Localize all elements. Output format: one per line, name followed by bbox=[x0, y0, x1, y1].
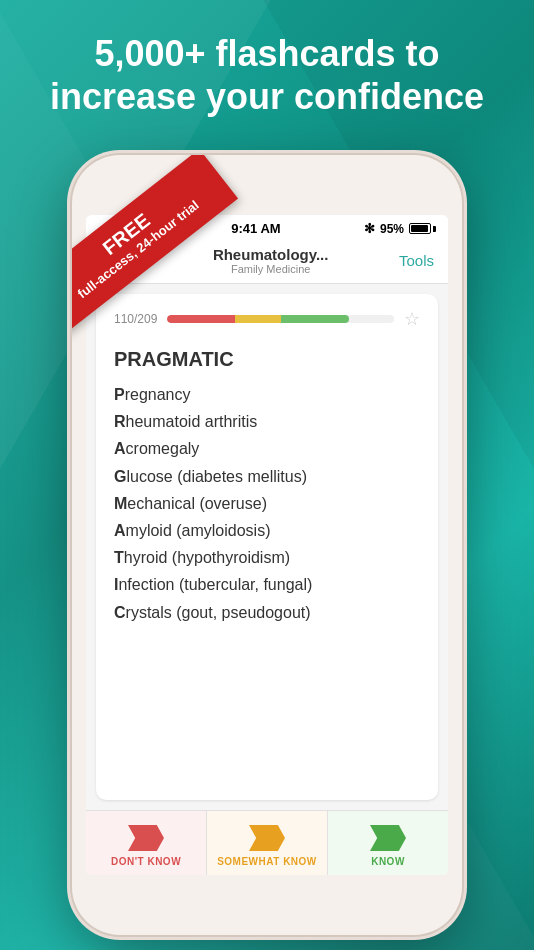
header-title: 5,000+ flashcards to increase your confi… bbox=[0, 32, 534, 118]
tools-button[interactable]: Tools bbox=[399, 252, 434, 269]
list-item: Crystals (gout, pseudogout) bbox=[114, 599, 420, 626]
flashcard: 110/209 ☆ PRAGMATIC Pregnancy bbox=[96, 294, 438, 800]
list-item: Amyloid (amyloidosis) bbox=[114, 517, 420, 544]
list-item: Pregnancy bbox=[114, 381, 420, 408]
know-button[interactable]: KNOW bbox=[328, 811, 448, 875]
card-area: 110/209 ☆ PRAGMATIC Pregnancy bbox=[86, 284, 448, 810]
list-item: Acromegaly bbox=[114, 435, 420, 462]
bookmark-icon[interactable]: ☆ bbox=[404, 308, 420, 330]
battery-icon bbox=[409, 223, 436, 234]
list-item: Thyroid (hypothyroidism) bbox=[114, 544, 420, 571]
phone-mockup: FREE full-access, 24-hour trial 9:41 AM … bbox=[72, 155, 462, 935]
header-section: 5,000+ flashcards to increase your confi… bbox=[0, 32, 534, 118]
bluetooth-icon: ✻ bbox=[364, 221, 375, 236]
phone-body: FREE full-access, 24-hour trial 9:41 AM … bbox=[72, 155, 462, 935]
mnemonic-list: Pregnancy Rheumatoid arthritis Acromegal… bbox=[114, 381, 420, 626]
status-icons: ✻ 95% bbox=[364, 221, 436, 236]
answer-buttons: DON'T KNOW SOMEWHAT KNOW KNOW bbox=[86, 810, 448, 875]
somewhat-arrow-icon bbox=[249, 825, 285, 851]
know-arrow-icon bbox=[370, 825, 406, 851]
list-item: Rheumatoid arthritis bbox=[114, 408, 420, 435]
somewhat-label: SOMEWHAT KNOW bbox=[217, 856, 317, 867]
list-item: Mechanical (overuse) bbox=[114, 490, 420, 517]
know-label: KNOW bbox=[371, 856, 405, 867]
dont-know-arrow-icon bbox=[128, 825, 164, 851]
list-item: Infection (tubercular, fungal) bbox=[114, 571, 420, 598]
list-item: Glucose (diabetes mellitus) bbox=[114, 463, 420, 490]
battery-percentage: 95% bbox=[380, 222, 404, 236]
flashcard-content: PRAGMATIC Pregnancy Rheumatoid arthritis… bbox=[114, 348, 420, 786]
progress-green-segment bbox=[281, 315, 349, 323]
promo-ribbon: FREE full-access, 24-hour trial bbox=[72, 155, 272, 355]
somewhat-know-button[interactable]: SOMEWHAT KNOW bbox=[206, 811, 328, 875]
dont-know-button[interactable]: DON'T KNOW bbox=[86, 811, 206, 875]
dont-know-label: DON'T KNOW bbox=[111, 856, 181, 867]
